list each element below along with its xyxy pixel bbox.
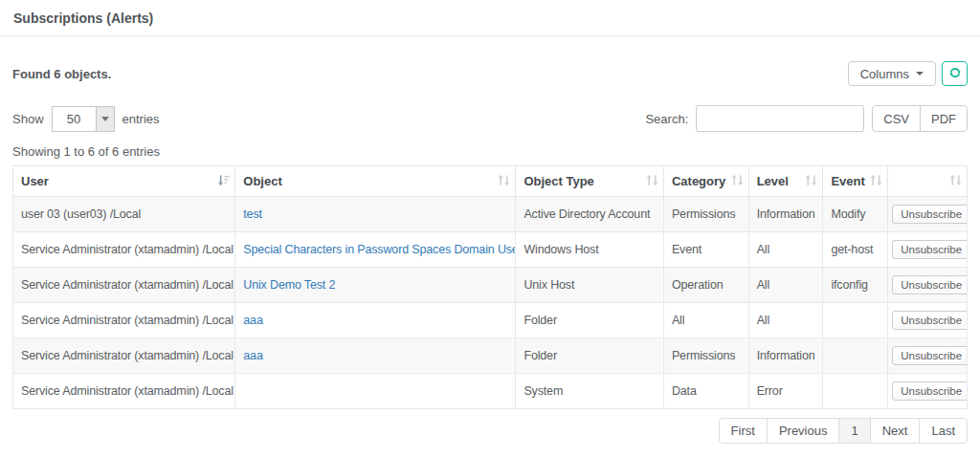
sort-icon (731, 174, 744, 189)
object-cell: Unix Demo Test 2 (235, 268, 516, 303)
event-cell: Modify (823, 197, 888, 232)
column-header-object-type[interactable]: Object Type (516, 166, 664, 197)
content-panel: Found 6 objects. Columns Show (0, 61, 980, 444)
level-cell: All (748, 303, 823, 338)
pagination: First Previous 1 Next Last (12, 418, 968, 444)
refresh-icon (948, 66, 962, 82)
category-cell: Event (663, 232, 748, 268)
object-type-cell: Windows Host (516, 232, 664, 268)
column-header-event[interactable]: Event (823, 166, 888, 197)
level-cell: Error (748, 374, 823, 409)
event-cell (823, 338, 888, 374)
level-cell: All (748, 232, 823, 268)
showing-entries-text: Showing 1 to 6 of 6 entries (12, 144, 968, 159)
pdf-export-button[interactable]: PDF (920, 105, 968, 132)
column-header-actions[interactable] (888, 166, 968, 197)
pagination-previous-button[interactable]: Previous (767, 418, 840, 444)
pagination-last-button[interactable]: Last (919, 418, 968, 444)
sort-icon (949, 174, 962, 189)
object-type-cell: Unix Host (516, 268, 664, 303)
search-label: Search: (645, 112, 688, 126)
unsubscribe-button[interactable]: Unsubscribe (892, 275, 967, 294)
csv-export-button[interactable]: CSV (872, 105, 921, 132)
user-cell: Service Administrator (xtamadmin) /Local (13, 232, 235, 268)
level-cell: All (748, 268, 823, 303)
event-cell (823, 374, 888, 409)
action-cell: Unsubscribe (888, 232, 968, 268)
chevron-down-icon (96, 107, 114, 131)
object-link[interactable]: aaa (243, 349, 262, 362)
column-header-level[interactable]: Level (748, 166, 823, 197)
toolbar-row: Found 6 objects. Columns (12, 61, 968, 86)
table-row: user 03 (user03) /Local test Active Dire… (13, 197, 968, 232)
object-link[interactable]: test (243, 207, 262, 221)
level-cell: Information (748, 197, 823, 232)
page-size-value: 50 (53, 107, 96, 131)
event-cell: get-host (823, 232, 888, 268)
object-type-cell: Active Directory Account (516, 197, 664, 232)
user-cell: Service Administrator (xtamadmin) /Local (13, 303, 235, 338)
page-length-control: Show 50 entries (12, 106, 160, 132)
show-label: Show (12, 112, 44, 126)
column-header-user[interactable]: User (13, 166, 235, 197)
table-row: Service Administrator (xtamadmin) /Local… (13, 338, 968, 374)
search-control: Search: CSV PDF (645, 105, 968, 132)
pagination-page-1-button[interactable]: 1 (838, 418, 870, 444)
object-cell: aaa (235, 303, 516, 338)
unsubscribe-button[interactable]: Unsubscribe (892, 311, 967, 330)
table-row: Service Administrator (xtamadmin) /Local… (13, 303, 968, 338)
found-objects-text: Found 6 objects. (12, 67, 111, 81)
subscriptions-table: User Object (12, 165, 968, 409)
controls-row: Show 50 entries Search: CSV PDF (12, 105, 968, 132)
action-cell: Unsubscribe (888, 374, 968, 409)
pagination-next-button[interactable]: Next (870, 418, 921, 444)
table-header-row: User Object (13, 166, 968, 197)
table-row: Service Administrator (xtamadmin) /Local… (13, 374, 968, 409)
columns-button-label: Columns (860, 67, 909, 81)
unsubscribe-button[interactable]: Unsubscribe (892, 346, 967, 365)
column-header-category[interactable]: Category (663, 166, 748, 197)
action-cell: Unsubscribe (888, 338, 968, 374)
action-cell: Unsubscribe (888, 268, 968, 303)
level-cell: Information (748, 338, 823, 374)
object-link[interactable]: Unix Demo Test 2 (243, 278, 335, 292)
category-cell: Data (663, 374, 748, 409)
category-cell: All (663, 303, 748, 338)
object-link[interactable]: Special Characters in Password Spaces Do… (243, 243, 516, 256)
export-button-group: CSV PDF (872, 105, 968, 132)
unsubscribe-button[interactable]: Unsubscribe (892, 240, 967, 259)
object-link[interactable]: aaa (243, 314, 262, 327)
table-row: Service Administrator (xtamadmin) /Local… (13, 268, 968, 303)
object-cell (235, 374, 516, 409)
user-cell: user 03 (user03) /Local (13, 197, 235, 232)
object-type-cell: Folder (516, 303, 664, 338)
user-cell: Service Administrator (xtamadmin) /Local (13, 338, 235, 374)
object-cell: test (235, 197, 516, 232)
entries-label: entries (122, 112, 160, 126)
columns-dropdown-button[interactable]: Columns (848, 61, 936, 86)
object-type-cell: Folder (516, 338, 664, 374)
category-cell: Permissions (663, 197, 748, 232)
unsubscribe-button[interactable]: Unsubscribe (892, 381, 967, 401)
page-size-select[interactable]: 50 (52, 106, 115, 132)
action-cell: Unsubscribe (888, 197, 968, 232)
object-type-cell: System (516, 374, 664, 409)
sort-icon (646, 174, 658, 189)
sort-icon (805, 174, 817, 189)
toolbar-right: Columns (848, 61, 968, 86)
pagination-first-button[interactable]: First (719, 418, 768, 444)
refresh-button[interactable] (942, 61, 968, 86)
unsubscribe-button[interactable]: Unsubscribe (892, 205, 967, 224)
category-cell: Permissions (663, 338, 748, 374)
page-title: Subscriptions (Alerts) (0, 0, 980, 36)
column-header-object[interactable]: Object (235, 166, 516, 197)
search-input[interactable] (696, 105, 864, 132)
sort-icon (498, 174, 510, 189)
object-cell: aaa (235, 338, 516, 374)
category-cell: Operation (663, 268, 748, 303)
user-cell: Service Administrator (xtamadmin) /Local (13, 374, 235, 409)
user-cell: Service Administrator (xtamadmin) /Local (13, 268, 235, 303)
action-cell: Unsubscribe (888, 303, 968, 338)
caret-down-icon (916, 72, 924, 76)
sort-amount-icon (217, 174, 230, 189)
